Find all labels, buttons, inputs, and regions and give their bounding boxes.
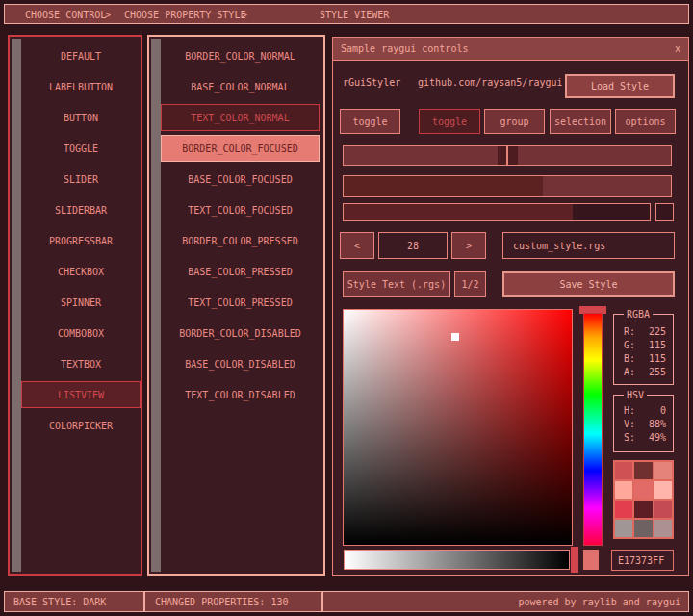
close-icon[interactable]: x [675, 43, 680, 54]
palette-swatch[interactable] [615, 462, 632, 479]
spinner-increment-button[interactable]: > [451, 232, 486, 259]
top-bar-section-choose-control: CHOOSE CONTROL [25, 9, 106, 19]
properties-list-item[interactable]: BASE_COLOR_DISABLED [161, 350, 320, 377]
group-row: B:115 [614, 351, 673, 365]
color-preview [583, 550, 599, 570]
status-credits: powered by raylib and raygui [322, 591, 689, 612]
properties-list-item[interactable]: BASE_COLOR_FOCUSED [161, 166, 320, 192]
palette-swatch[interactable] [654, 481, 672, 499]
hsv-group: HSV H:0V:88%S:49% [613, 395, 674, 452]
properties-list-item[interactable]: BASE_COLOR_PRESSED [161, 258, 320, 285]
style-text-button[interactable]: Style Text (.rgs) [343, 271, 450, 297]
properties-list-item[interactable]: TEXT_COLOR_NORMAL [161, 104, 320, 131]
toggle-group-group[interactable]: group [484, 109, 545, 134]
properties-list-item[interactable]: BORDER_COLOR_PRESSED [161, 227, 320, 254]
hsv-group-title: HSV [624, 390, 647, 400]
spinner-decrement-button[interactable]: < [340, 232, 374, 259]
alpha-bar[interactable] [344, 550, 570, 570]
load-style-button[interactable]: Load Style [565, 74, 675, 98]
top-bar-section-style-viewer: STYLE VIEWER [320, 9, 389, 19]
status-base-style-label: BASE STYLE: DARK [13, 597, 106, 607]
group-row: S:49% [614, 430, 673, 444]
chevron-right-icon: > [242, 9, 247, 19]
chevron-right-icon: > [105, 9, 111, 19]
properties-list-item[interactable]: BORDER_COLOR_DISABLED [161, 320, 320, 346]
controls-list-item[interactable]: SLIDERBAR [21, 196, 141, 223]
controls-list-items: DEFAULTLABELBUTTONBUTTONTOGGLESLIDERSLID… [21, 42, 141, 572]
palette-swatch[interactable] [654, 500, 672, 518]
group-row: R:225 [614, 324, 673, 338]
group-row: V:88% [614, 417, 673, 430]
status-credits-label: powered by raylib and raygui [518, 597, 680, 607]
properties-list-item[interactable]: BORDER_COLOR_FOCUSED [161, 135, 320, 162]
palette-swatch[interactable] [654, 520, 672, 537]
filename-input[interactable]: custom_style.rgs [502, 232, 675, 259]
value-bar[interactable] [343, 203, 651, 221]
window-title-bar[interactable]: Sample raygui controls x [333, 38, 688, 61]
page-indicator-button[interactable]: 1/2 [454, 271, 486, 297]
picker-marker[interactable] [451, 333, 459, 341]
controls-list-item[interactable]: LISTVIEW [21, 381, 141, 408]
rgba-group: RGBA R:225G:115B:115A:255 [613, 314, 674, 385]
checkbox[interactable] [655, 203, 674, 221]
controls-list-item[interactable]: BUTTON [21, 104, 141, 131]
alpha-handle[interactable] [571, 547, 578, 573]
repo-link[interactable]: github.com/raysan5/raygui [418, 77, 563, 88]
controls-list-item[interactable]: PROGRESSBAR [21, 227, 141, 254]
controls-list-item[interactable]: COMBOBOX [21, 320, 141, 346]
palette-swatch[interactable] [654, 462, 672, 479]
palette-swatch[interactable] [615, 520, 632, 537]
status-changed-properties-label: CHANGED PROPERTIES: 130 [155, 597, 288, 607]
controls-panel: DEFAULTLABELBUTTONBUTTONTOGGLESLIDERSLID… [8, 35, 142, 576]
group-row: H:0 [614, 403, 673, 417]
properties-scrollbar[interactable] [151, 38, 161, 572]
window-title: Sample raygui controls [341, 43, 468, 54]
value-bar-fill [344, 204, 573, 220]
status-base-style: BASE STYLE: DARK [4, 591, 144, 612]
sample-window: Sample raygui controls x rGuiStyler gith… [332, 37, 689, 576]
controls-list-item[interactable]: TEXTBOX [21, 350, 141, 377]
palette-swatch[interactable] [634, 481, 652, 499]
rgba-rows: R:225G:115B:115A:255 [614, 324, 673, 378]
palette-swatch[interactable] [615, 500, 632, 518]
screen: CHOOSE CONTROL > CHOOSE PROPERTY STYLE >… [0, 0, 693, 616]
hex-input[interactable]: E17373FF [611, 550, 674, 571]
controls-list-item[interactable]: LABELBUTTON [21, 73, 141, 100]
properties-list-item[interactable]: TEXT_COLOR_PRESSED [161, 289, 320, 316]
palette-swatch[interactable] [634, 462, 652, 479]
controls-list-item[interactable]: CHECKBOX [21, 258, 141, 285]
palette-grid[interactable] [613, 460, 674, 539]
palette-swatch[interactable] [634, 500, 652, 518]
controls-list-item[interactable]: SPINNER [21, 289, 141, 316]
controls-list-item[interactable]: SLIDER [21, 166, 141, 192]
group-row: A:255 [614, 365, 673, 378]
palette-swatch[interactable] [615, 481, 632, 499]
slider[interactable] [343, 145, 672, 166]
hsv-rows: H:0V:88%S:49% [614, 403, 673, 444]
toggle-button[interactable]: toggle [340, 109, 400, 134]
rgba-group-title: RGBA [624, 309, 653, 320]
properties-list-item[interactable]: BASE_COLOR_NORMAL [161, 73, 320, 100]
progress-bar [343, 175, 672, 197]
save-style-button[interactable]: Save Style [502, 271, 675, 297]
status-changed-properties: CHANGED PROPERTIES: 130 [144, 591, 322, 612]
spinner-value[interactable]: 28 [378, 232, 448, 259]
controls-list-item[interactable]: DEFAULT [21, 42, 141, 69]
top-bar-section-choose-property-style: CHOOSE PROPERTY STYLE [124, 9, 245, 19]
toggle-group-options[interactable]: options [615, 109, 676, 134]
group-row: G:115 [614, 338, 673, 351]
properties-list-item[interactable]: TEXT_COLOR_DISABLED [161, 381, 320, 408]
hue-bar[interactable] [583, 313, 603, 546]
properties-list-items: BORDER_COLOR_NORMALBASE_COLOR_NORMALTEXT… [161, 42, 320, 572]
controls-list-item[interactable]: TOGGLE [21, 135, 141, 162]
properties-list-item[interactable]: TEXT_COLOR_FOCUSED [161, 196, 320, 223]
slider-handle[interactable] [498, 146, 518, 165]
properties-list-item[interactable]: BORDER_COLOR_NORMAL [161, 42, 320, 69]
controls-list-item[interactable]: COLORPICKER [21, 412, 141, 439]
brand-label: rGuiStyler [343, 77, 400, 88]
toggle-group-selection[interactable]: selection [550, 109, 611, 134]
palette-swatch[interactable] [634, 520, 652, 537]
toggle-group-toggle[interactable]: toggle [419, 109, 480, 134]
color-picker[interactable] [343, 309, 573, 546]
controls-scrollbar[interactable] [12, 38, 21, 572]
